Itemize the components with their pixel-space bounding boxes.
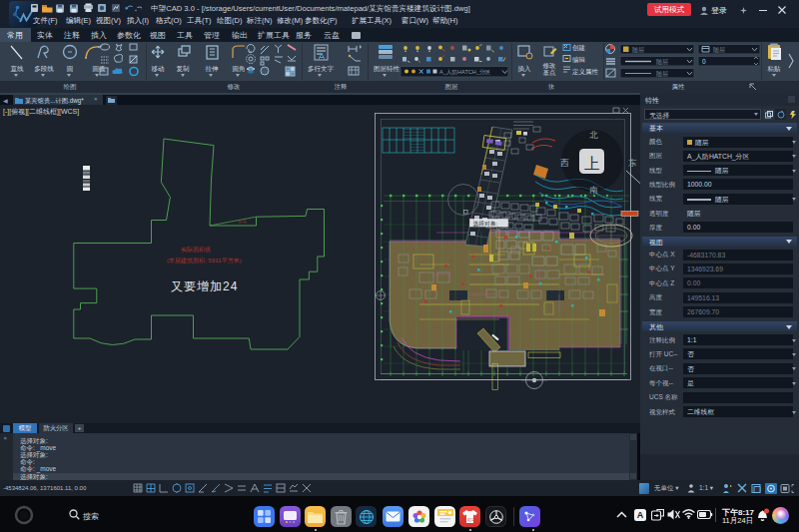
svg-text:随层: 随层	[656, 70, 668, 78]
svg-text:西: 西	[560, 158, 569, 168]
svg-text:北: 北	[589, 130, 598, 140]
svg-text:东: 东	[628, 158, 637, 168]
svg-text:随层: 随层	[656, 58, 668, 66]
svg-text:0: 0	[702, 58, 706, 65]
svg-text:实际面积值: 实际面积值	[181, 246, 211, 254]
svg-text:红豆: 红豆	[467, 517, 475, 522]
svg-text:[-][俯视][二维线框][WCS]: [-][俯视][二维线框][WCS]	[3, 108, 79, 116]
svg-text:选择对象:: 选择对象:	[473, 221, 498, 228]
svg-text:随层: 随层	[713, 46, 725, 54]
svg-text:(本层建筑面积: 5931平方米): (本层建筑面积: 5931平方米)	[167, 257, 242, 265]
svg-text:补充: 补充	[238, 220, 248, 225]
svg-text:南: 南	[589, 185, 598, 195]
svg-text:随层: 随层	[632, 46, 644, 54]
svg-text:A_人防HATCH_分区: A_人防HATCH_分区	[439, 69, 491, 76]
svg-text:上: 上	[584, 155, 600, 172]
svg-text:又要增加24: 又要增加24	[171, 279, 238, 293]
